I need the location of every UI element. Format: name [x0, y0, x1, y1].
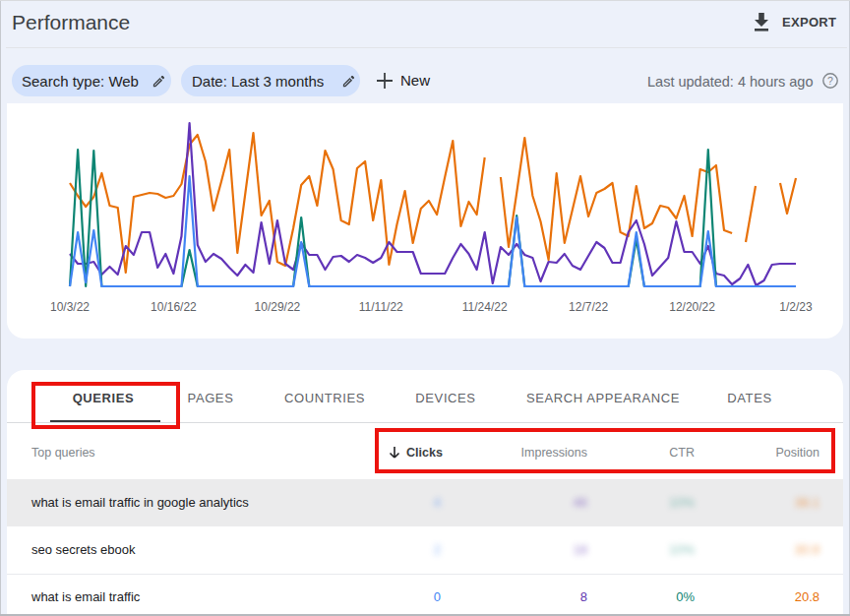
svg-text:?: ?: [827, 75, 833, 87]
